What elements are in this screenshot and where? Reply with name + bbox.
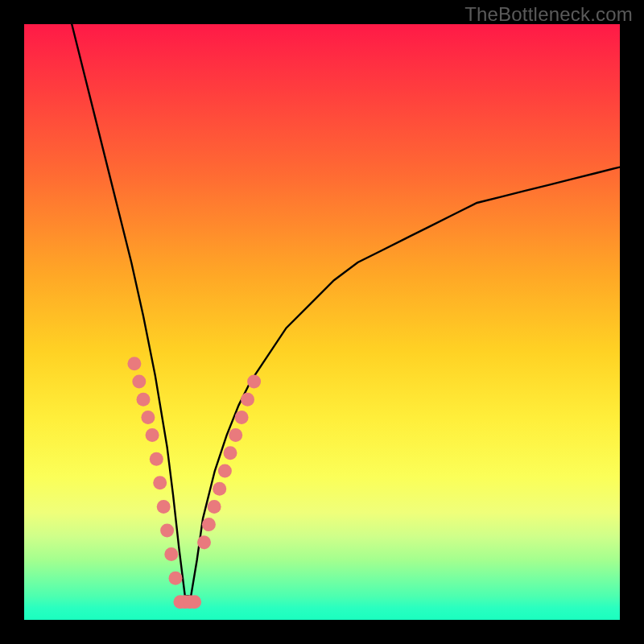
marker-dot xyxy=(224,446,237,460)
marker-dot xyxy=(208,500,221,514)
marker-dot xyxy=(153,476,167,489)
marker-dot xyxy=(141,411,155,424)
marker-dot xyxy=(150,452,163,466)
marker-dot xyxy=(202,518,216,531)
plot-area xyxy=(24,24,620,620)
marker-dot xyxy=(164,547,178,561)
bottleneck-curve xyxy=(72,24,620,596)
outer-frame: TheBottleneck.com xyxy=(0,0,644,644)
marker-dot xyxy=(247,375,261,389)
marker-dot xyxy=(197,535,211,549)
marker-dot xyxy=(218,464,232,478)
marker-dot xyxy=(235,411,249,424)
chart-svg xyxy=(24,24,620,620)
marker-dot xyxy=(160,524,174,538)
marker-dot xyxy=(127,357,141,370)
marker-dot xyxy=(132,375,146,389)
watermark-text: TheBottleneck.com xyxy=(464,3,633,26)
marker-dot xyxy=(229,428,242,442)
marker-dot xyxy=(137,393,151,407)
marker-dot xyxy=(146,428,159,442)
marker-dot xyxy=(157,500,171,514)
marker-dot xyxy=(241,393,254,407)
marker-dot xyxy=(213,482,226,496)
marker-dot xyxy=(169,572,183,585)
marker-dot xyxy=(188,595,201,609)
